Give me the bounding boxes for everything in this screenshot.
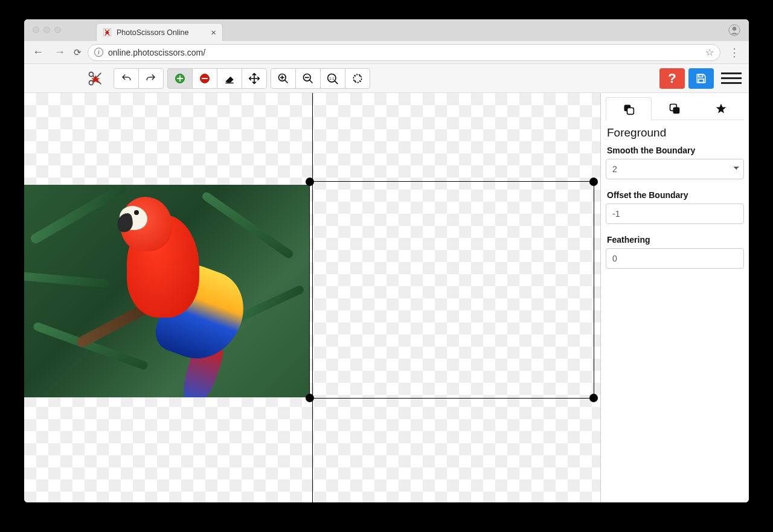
svg-line-17 bbox=[335, 81, 338, 84]
zoom-in-icon bbox=[277, 72, 289, 85]
foreground-marker-button[interactable] bbox=[167, 68, 193, 89]
bookmark-star-icon[interactable]: ☆ bbox=[705, 46, 714, 58]
feather-label: Feathering bbox=[607, 235, 743, 245]
crop-handle-ne[interactable] bbox=[589, 178, 598, 186]
help-icon: ? bbox=[668, 71, 676, 86]
help-button[interactable]: ? bbox=[659, 68, 685, 89]
close-tab-icon[interactable]: × bbox=[211, 27, 216, 37]
tab-foreground[interactable] bbox=[606, 97, 652, 120]
tab-background[interactable] bbox=[652, 97, 698, 120]
crop-handle-se[interactable] bbox=[589, 394, 598, 402]
crop-rectangle[interactable] bbox=[309, 181, 594, 399]
maximize-window-icon[interactable] bbox=[54, 27, 61, 33]
plus-circle-icon bbox=[174, 72, 186, 85]
menu-button[interactable] bbox=[721, 72, 742, 84]
eraser-icon bbox=[223, 72, 236, 85]
close-window-icon[interactable] bbox=[33, 27, 39, 33]
app-logo bbox=[31, 70, 110, 87]
crop-handle-nw[interactable] bbox=[306, 178, 314, 186]
canvas-area[interactable] bbox=[24, 93, 600, 502]
redo-button[interactable] bbox=[138, 68, 164, 89]
foreground-tab-icon bbox=[623, 103, 635, 115]
browser-url-bar: ← → ⟳ i online.photoscissors.com/ ☆ ⋮ bbox=[24, 41, 749, 64]
eraser-button[interactable] bbox=[217, 68, 242, 89]
side-panel: Foreground Smooth the Boundary 2 Offset … bbox=[600, 93, 749, 502]
pan-button[interactable] bbox=[242, 68, 267, 89]
app-toolbar: 1:1 ? bbox=[24, 64, 749, 93]
tab-title: PhotoScissors Online bbox=[117, 28, 189, 37]
svg-line-13 bbox=[285, 80, 288, 83]
zoom-out-button[interactable] bbox=[295, 68, 321, 89]
move-icon bbox=[248, 72, 260, 85]
url-field[interactable]: i online.photoscissors.com/ ☆ bbox=[88, 44, 720, 61]
source-image bbox=[24, 185, 309, 397]
smooth-label: Smooth the Boundary bbox=[607, 146, 743, 155]
svg-text:1:1: 1:1 bbox=[329, 76, 334, 80]
browser-menu-icon[interactable]: ⋮ bbox=[726, 46, 743, 59]
side-tabs bbox=[606, 97, 744, 120]
scissors-icon bbox=[87, 70, 104, 87]
browser-tab[interactable]: PhotoScissors Online × bbox=[96, 23, 223, 41]
offset-input[interactable] bbox=[606, 204, 744, 224]
tab-effects[interactable] bbox=[698, 97, 744, 120]
zoom-fit-button[interactable] bbox=[345, 68, 370, 89]
browser-window: PhotoScissors Online × ← → ⟳ i online.ph… bbox=[24, 19, 749, 502]
forward-button[interactable]: → bbox=[52, 46, 68, 59]
svg-rect-21 bbox=[699, 79, 704, 82]
zoom-in-button[interactable] bbox=[271, 68, 296, 89]
offset-label: Offset the Boundary bbox=[607, 190, 743, 200]
zoom-fit-icon bbox=[351, 72, 364, 85]
minus-circle-icon bbox=[199, 72, 211, 85]
favicon-icon bbox=[103, 28, 112, 37]
smooth-select[interactable]: 2 bbox=[606, 159, 744, 179]
zoom-out-icon bbox=[302, 72, 314, 85]
save-icon bbox=[695, 72, 707, 85]
svg-marker-26 bbox=[716, 103, 726, 113]
save-button[interactable] bbox=[688, 68, 714, 89]
minimize-window-icon[interactable] bbox=[43, 27, 50, 33]
panel-title: Foreground bbox=[607, 126, 743, 139]
svg-rect-25 bbox=[673, 107, 680, 114]
undo-button[interactable] bbox=[114, 68, 139, 89]
svg-line-15 bbox=[310, 80, 313, 83]
main-area: Foreground Smooth the Boundary 2 Offset … bbox=[24, 93, 749, 502]
browser-tab-bar: PhotoScissors Online × bbox=[24, 19, 749, 41]
background-tab-icon bbox=[669, 103, 681, 115]
background-marker-button[interactable] bbox=[192, 68, 217, 89]
back-button[interactable]: ← bbox=[30, 46, 46, 59]
crop-handle-sw[interactable] bbox=[306, 394, 314, 402]
reload-button[interactable]: ⟳ bbox=[74, 47, 82, 58]
svg-point-3 bbox=[733, 27, 737, 31]
zoom-actual-button[interactable]: 1:1 bbox=[320, 68, 345, 89]
redo-icon bbox=[145, 73, 157, 84]
site-info-icon[interactable]: i bbox=[94, 48, 103, 57]
star-icon bbox=[715, 103, 727, 115]
window-controls bbox=[29, 19, 67, 33]
zoom-1to1-icon: 1:1 bbox=[326, 72, 339, 85]
svg-rect-23 bbox=[627, 107, 634, 114]
svg-rect-20 bbox=[699, 74, 703, 77]
undo-icon bbox=[120, 73, 132, 84]
menu-icon bbox=[721, 72, 742, 74]
feather-input[interactable] bbox=[606, 248, 744, 269]
url-text: online.photoscissors.com/ bbox=[108, 48, 205, 57]
account-icon[interactable] bbox=[728, 24, 740, 36]
